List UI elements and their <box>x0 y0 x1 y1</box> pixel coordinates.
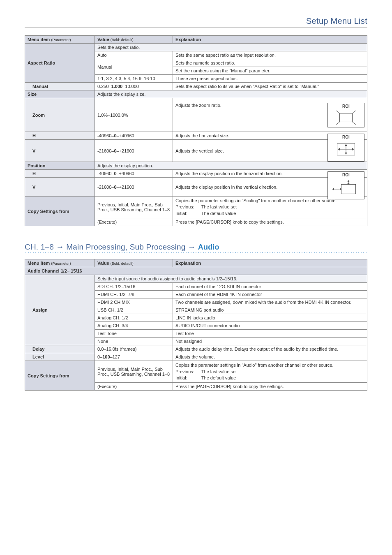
col-value: Value (Bold: default) <box>95 259 173 267</box>
page-title: Setup Menu List <box>25 16 367 28</box>
param-assign: Assign <box>25 275 95 345</box>
size-intro: Adjusts the display size. <box>95 90 367 98</box>
position-intro: Adjusts the display position. <box>95 162 367 170</box>
param-size-v: V <box>25 140 95 162</box>
svg-marker-11 <box>332 188 334 190</box>
svg-marker-12 <box>340 188 342 190</box>
svg-marker-14 <box>347 180 350 182</box>
assign-intro: Sets the input source for audio assigned… <box>95 275 367 283</box>
roi-diagram-position: ROI <box>327 171 364 199</box>
svg-line-0 <box>336 111 339 113</box>
roi-diagram-size-hv: ROI <box>327 134 364 162</box>
roi-diagram-zoom: ROI <box>327 103 364 127</box>
table-row: H -40960–0–+40960 Adjusts the horizontal… <box>25 132 367 140</box>
aspect-ratio-intro: Sets the aspect ratio. <box>95 44 367 51</box>
table-row: V -21600–0–+21600 Adjusts the display po… <box>25 178 367 197</box>
svg-line-3 <box>353 122 356 125</box>
col-explanation: Explanation <box>173 36 367 44</box>
param-zoom: Zoom <box>25 98 95 132</box>
arrow-icon: → <box>188 243 196 251</box>
table-row: Manual 0.250–1.000–10.000 Sets the aspec… <box>25 83 367 90</box>
svg-marker-8 <box>345 144 347 146</box>
col-menu-item: Menu item (Parameter) <box>25 259 95 267</box>
table-row: Zoom 1.0%–1000.0% Adjusts the zoom ratio… <box>25 98 367 132</box>
svg-marker-6 <box>352 148 354 150</box>
table-row: Delay 0.0–16.0fs (frames) Adjusts the au… <box>25 345 367 353</box>
dotted-rule <box>25 252 367 253</box>
svg-line-1 <box>353 111 356 113</box>
table-row: V -21600–0–+21600 Adjusts the vertical s… <box>25 140 367 162</box>
param-delay: Delay <box>25 345 95 353</box>
table-row: H -40960–0–+40960 Adjusts the display po… <box>25 170 367 178</box>
col-menu-item: Menu item (Parameter) <box>25 36 95 44</box>
param-aspect-ratio: Aspect Ratio <box>25 44 95 83</box>
arrow-icon: → <box>56 243 64 251</box>
svg-marker-15 <box>347 183 350 185</box>
col-value: Value (Bold: default) <box>95 36 173 44</box>
section-heading-audio: CH. 1–8 → Main Processing, Sub Processin… <box>25 243 367 252</box>
col-explanation: Explanation <box>173 259 367 267</box>
param-manual: Manual <box>25 83 95 90</box>
param-pos-v: V <box>25 178 95 197</box>
param-size: Size <box>25 90 95 98</box>
table-row: Copy Settings from Previous, Initial, Ma… <box>25 197 367 218</box>
param-copy-settings-audio: Copy Settings from <box>25 361 95 391</box>
svg-line-2 <box>336 122 339 125</box>
audio-channel-section: Audio Channel 1/2– 15/16 <box>25 267 367 275</box>
param-pos-h: H <box>25 170 95 178</box>
scaling-table: Menu item (Parameter) Value (Bold: defau… <box>25 35 367 226</box>
table-row: Level 0–100–127 Adjusts the volume. <box>25 353 367 361</box>
svg-marker-9 <box>345 153 347 155</box>
param-copy-settings: Copy Settings from <box>25 197 95 226</box>
audio-table: Menu item (Parameter) Value (Bold: defau… <box>25 259 367 391</box>
param-level: Level <box>25 353 95 361</box>
table-row: Copy Settings from Previous, Initial, Ma… <box>25 361 367 383</box>
param-size-h: H <box>25 132 95 140</box>
svg-marker-5 <box>338 148 340 150</box>
param-position: Position <box>25 162 95 170</box>
